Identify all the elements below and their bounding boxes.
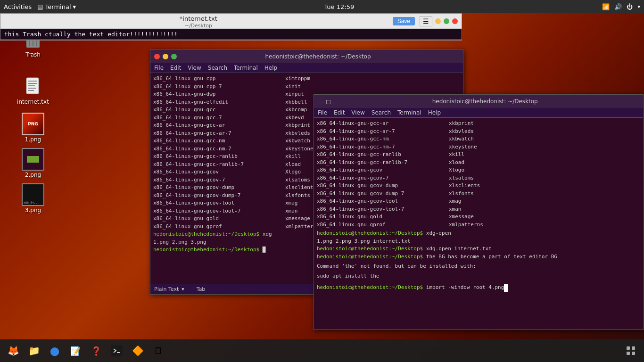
terminal-1-prompt1: hedonistoic@thehedonist:~/Desktop$	[153, 231, 259, 237]
terminal-2-files: 1.png 2.png 3.png internet.txt	[317, 238, 411, 244]
terminal-2-content[interactable]: x86_64-linux-gnu-gcc-arxkbprint x86_64-l…	[314, 118, 643, 326]
taskbar-software[interactable]: ⬤	[45, 341, 64, 360]
terminal-1-menu-help[interactable]: Help	[264, 65, 277, 71]
terminal-2-prompt3: hedonistoic@thehedonist:~/Desktop$	[317, 254, 423, 260]
1png-thumbnail: PNG	[22, 113, 44, 135]
svg-rect-10	[28, 88, 36, 89]
desktop-icon-internet-txt[interactable]: internet.txt	[14, 73, 52, 107]
terminal-1-close[interactable]	[154, 54, 160, 59]
svg-rect-11	[28, 90, 34, 91]
editor-subtitle: ~/Desktop	[4, 23, 393, 29]
terminal-1-cmd1: xdg	[259, 231, 272, 237]
desktop-icon-3png[interactable]: x86_64... 3.png	[14, 181, 52, 215]
terminal-window-2[interactable]: — □ hedonistoic@thehedonist: ~/Desktop F…	[314, 94, 644, 330]
wifi-icon[interactable]: 📶	[602, 3, 610, 10]
terminal-2-menu-help[interactable]: Help	[428, 109, 441, 116]
terminal-2-cmd-xdgopen: xdg-open	[423, 230, 451, 236]
terminal-2-menu-edit[interactable]: Edit	[334, 109, 345, 116]
terminal-app-label: Terminal	[45, 3, 71, 10]
terminal-app-menu[interactable]: ▤ Terminal ▾	[37, 3, 76, 10]
taskbar-vlc[interactable]: 🔶	[128, 341, 147, 360]
terminal-1-menu: File Edit View Search Terminal Help	[150, 63, 463, 73]
svg-rect-9	[28, 85, 35, 86]
editor-minimize-button[interactable]	[435, 18, 441, 24]
power-arrow[interactable]: ▾	[637, 4, 640, 10]
topbar-datetime: Tue 12:59	[324, 3, 354, 10]
desktop-icon-1png[interactable]: PNG 1.png	[14, 111, 52, 145]
taskbar-texteditor[interactable]: 📝	[66, 341, 85, 360]
trash-label: Trash	[25, 51, 41, 58]
editor-close-button[interactable]	[452, 18, 458, 24]
taskbar-files[interactable]: 📁	[25, 341, 43, 360]
terminal-2-prompt1: hedonistoic@thehedonist:~/Desktop$	[317, 230, 423, 236]
terminal-2-menu-view[interactable]: View	[351, 109, 364, 116]
editor-menu-button[interactable]: ☰	[420, 16, 432, 26]
terminal-1-minimize[interactable]	[163, 54, 168, 59]
editor-save-button[interactable]: Save	[393, 17, 415, 25]
terminal-1-files: 1.png 2.png 3.png	[153, 239, 206, 245]
svg-rect-16	[627, 352, 630, 355]
terminal-2-menu-terminal[interactable]: Terminal	[397, 109, 421, 116]
terminal-2-minimize-dash[interactable]: —	[318, 99, 323, 105]
2png-thumbnail	[22, 148, 44, 171]
svg-rect-14	[627, 346, 630, 350]
terminal-1-menu-edit[interactable]: Edit	[170, 65, 181, 71]
terminal-2-title: hedonistoic@thehedonist: ~/Desktop	[330, 98, 639, 105]
terminal-1-cursor: █	[259, 247, 265, 253]
statusbar-plain-text: Plain Text	[154, 286, 179, 292]
terminal-2-cmd3: the BG has become a part of text editor …	[423, 254, 557, 260]
txt-file-icon	[22, 75, 44, 98]
2png-label: 2.png	[25, 172, 41, 178]
svg-rect-8	[28, 83, 37, 84]
internet-txt-label: internet.txt	[17, 99, 49, 105]
terminal-app-icon: ▤	[37, 3, 43, 10]
terminal-1-titlebar: hedonistoic@thehedonist: ~/Desktop	[150, 50, 463, 63]
taskbar-firefox[interactable]: 🦊	[4, 341, 23, 360]
terminal-2-prompt4: hedonistoic@thehedonist:~/Desktop$	[317, 284, 423, 290]
desktop: Activities ▤ Terminal ▾ Tue 12:59 📶 🔊 ⏻ …	[0, 0, 644, 362]
terminal-2-cmd-xdgopen2: xdg-open internet.txt	[423, 246, 492, 252]
terminal-2-menu-file[interactable]: File	[318, 109, 327, 116]
taskbar-app-grid[interactable]	[621, 341, 640, 360]
terminal-2-cmd4: import -window root 4.png	[423, 284, 504, 290]
editor-title: *internet.txt	[180, 15, 217, 22]
svg-rect-15	[632, 346, 635, 350]
text-editor-window: *internet.txt ~/Desktop Save ☰ this Tras…	[0, 13, 462, 41]
terminal-2-prompt2: hedonistoic@thehedonist:~/Desktop$	[317, 246, 423, 252]
terminal-1-maximize[interactable]	[171, 54, 177, 59]
activities-button[interactable]: Activities	[4, 3, 32, 10]
terminal-1-menu-file[interactable]: File	[154, 65, 164, 71]
terminal-1-prompt2: hedonistoic@thehedonist:~/Desktop$	[153, 247, 259, 253]
3png-label: 3.png	[25, 207, 41, 214]
svg-rect-7	[28, 81, 37, 82]
terminal-1-title: hedonistoic@thehedonist: ~/Desktop	[177, 53, 459, 60]
editor-content: this Trash ctually the text editor!!!!!!…	[0, 29, 462, 40]
desktop-icon-2png[interactable]: 2.png	[14, 146, 52, 180]
3png-thumbnail: x86_64...	[22, 183, 44, 206]
statusbar-tab: Tab	[197, 286, 206, 292]
svg-rect-12	[111, 345, 123, 356]
terminal-2-menu: File Edit View Search Terminal Help	[314, 108, 643, 118]
terminal-2-error1: Command 'the' not found, but can be inst…	[317, 263, 476, 269]
editor-text: this Trash ctually the text editor!!!!!!…	[4, 31, 178, 38]
taskbar-terminal[interactable]	[107, 341, 126, 360]
terminal-2-menu-search[interactable]: Search	[372, 109, 391, 116]
terminal-app-arrow: ▾	[73, 3, 76, 10]
terminal-1-menu-search[interactable]: Search	[208, 65, 227, 71]
power-icon[interactable]: ⏻	[627, 3, 633, 10]
topbar: Activities ▤ Terminal ▾ Tue 12:59 📶 🔊 ⏻ …	[0, 0, 644, 13]
terminal-1-menu-view[interactable]: View	[188, 65, 201, 71]
volume-icon[interactable]: 🔊	[614, 3, 622, 10]
terminal-2-restore[interactable]: □	[326, 99, 330, 105]
terminal-2-titlebar: — □ hedonistoic@thehedonist: ~/Desktop	[314, 95, 643, 108]
terminal-2-error3: sudo apt install the	[317, 273, 379, 279]
svg-rect-17	[632, 352, 635, 355]
1png-label: 1.png	[25, 136, 41, 143]
taskbar-help[interactable]: ❓	[87, 341, 106, 360]
editor-titlebar: *internet.txt ~/Desktop Save ☰	[0, 14, 462, 29]
taskbar-notes[interactable]: 🗒	[149, 341, 168, 360]
terminal-1-menu-terminal[interactable]: Terminal	[234, 65, 258, 71]
taskbar: 🦊 📁 ⬤ 📝 ❓ 🔶 🗒	[0, 339, 644, 362]
editor-maximize-button[interactable]	[444, 18, 449, 24]
